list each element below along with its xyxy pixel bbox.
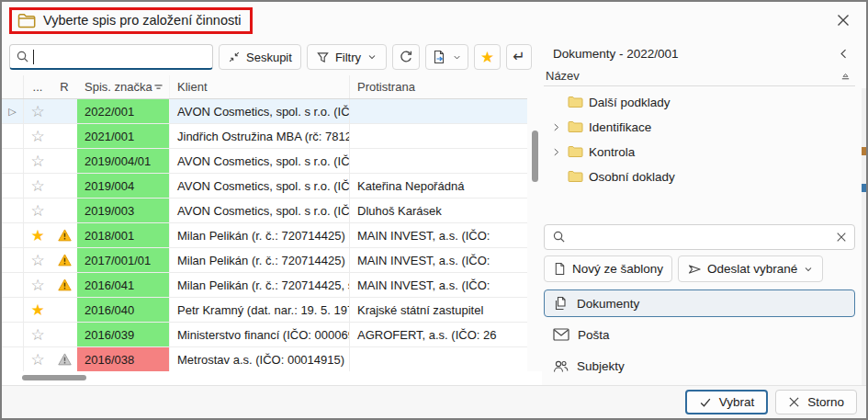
folder-tree: Další podklady Identifikace Kontrola Oso… [544, 86, 855, 189]
enter-confirm-button[interactable]: ↵ [506, 44, 531, 70]
panel-header: Dokumenty - 2022/001 [544, 42, 855, 65]
counterparty-cell [349, 149, 527, 173]
x-icon [788, 396, 800, 408]
nav-item-dokumenty[interactable]: Dokumenty [544, 289, 855, 317]
favorite-star-icon[interactable]: ☆ [30, 129, 44, 144]
mail-icon [553, 328, 569, 341]
header-counterparty-column[interactable]: Protistrana [349, 75, 527, 98]
counterparty-cell: Krajské státní zastupitel [349, 298, 527, 322]
select-button[interactable]: Vybrat [685, 390, 769, 414]
tree-column-header[interactable]: Název [544, 65, 855, 86]
favorite-star-icon[interactable]: ★ [30, 228, 44, 244]
case-number-cell: 2016/038 [77, 347, 169, 371]
collapse-panel-button[interactable] [833, 44, 853, 64]
table-row[interactable]: ▷ ★ 2018/001 Milan Pelikán (r. č.: 72071… [2, 223, 527, 248]
tree-item[interactable]: Identifikace [544, 115, 855, 140]
counterparty-cell [349, 347, 527, 371]
client-cell: AVON Cosmetics, spol. s r.o. (IČO: 0 [169, 99, 349, 123]
tree-item[interactable]: Kontrola [544, 140, 855, 165]
case-number-cell: 2016/040 [77, 298, 169, 322]
horizontal-scrollbar-thumb[interactable] [22, 375, 86, 380]
current-row-indicator: ▷ [8, 106, 16, 118]
folder-icon [17, 13, 36, 28]
nav-item-subjekty[interactable]: Subjekty [544, 352, 855, 380]
table-row[interactable]: ▷ ☆ 2016/041 Milan Pelikán (r. č.: 72071… [2, 273, 527, 298]
counterparty-cell [349, 124, 527, 148]
group-button[interactable]: Seskupit [219, 44, 301, 70]
clear-search-icon[interactable] [836, 232, 847, 243]
dialog-title: Vyberte spis pro založení činnosti [43, 13, 241, 28]
favorite-star-icon[interactable]: ☆ [30, 153, 44, 169]
nav-item-label: Dokumenty [577, 297, 639, 311]
case-number-cell: 2021/001 [77, 124, 169, 148]
panel-search-input[interactable] [544, 224, 855, 250]
favorite-star-icon[interactable]: ☆ [30, 253, 44, 268]
tree-item[interactable]: Osobní doklady [544, 165, 855, 189]
favorite-star-icon[interactable]: ☆ [30, 104, 44, 119]
chevron-down-icon [452, 52, 462, 62]
cancel-button[interactable]: Storno [775, 390, 857, 414]
header-case-number-column[interactable]: Spis. značka [77, 75, 169, 98]
favorite-star-icon[interactable]: ☆ [30, 203, 44, 219]
tree-column-header-label: Název [546, 69, 580, 83]
send-selected-dropdown-button[interactable]: Odeslat vybrané [678, 255, 823, 282]
expand-chevron-icon[interactable] [549, 147, 562, 157]
vertical-scrollbar-thumb[interactable] [532, 131, 538, 182]
documents-icon [553, 296, 569, 312]
footer-bar: Vybrat Storno [2, 385, 866, 418]
case-list-section: Seskupit Filtry [2, 39, 542, 385]
warning-icon [58, 254, 72, 267]
favorite-star-icon[interactable]: ☆ [30, 327, 44, 343]
case-number-cell: 2022/001 [77, 99, 169, 123]
panel-buttons: Nový ze šablony Odeslat vybrané [544, 255, 855, 282]
table-row[interactable]: ▷ ☆ 2017/001/01 Milan Pelikán (r. č.: 72… [2, 248, 527, 273]
header-favorites-column[interactable]: ... [24, 75, 51, 98]
column-filter-icon[interactable] [152, 81, 164, 93]
filters-dropdown-button[interactable]: Filtry [307, 44, 387, 70]
table-row[interactable]: ▷ ☆ 2019/004/01 AVON Cosmetics, spol. s … [2, 149, 527, 174]
tree-item-label: Další podklady [589, 96, 671, 109]
panel-scroll-indicator [862, 88, 866, 385]
refresh-button[interactable] [392, 44, 420, 70]
new-document-icon [553, 262, 567, 276]
expand-chevron-icon[interactable] [549, 122, 562, 132]
counterparty-cell: Dluhoš Karásek [349, 199, 527, 222]
counterparty-cell [349, 99, 527, 123]
send-selected-label: Odeslat vybrané [707, 262, 797, 276]
nav-item-posta[interactable]: Pošta [544, 321, 855, 348]
new-from-template-label: Nový ze šablony [572, 262, 663, 276]
export-dropdown-button[interactable] [425, 44, 468, 70]
client-cell: Milan Pelikán (r. č.: 720714425) [169, 223, 349, 247]
table-row[interactable]: ▷ ★ 2016/040 Petr Kramný (dat. nar.: 19.… [2, 298, 527, 323]
new-from-template-button[interactable]: Nový ze šablony [544, 255, 672, 282]
search-icon [552, 230, 566, 244]
folder-icon [568, 170, 583, 183]
favorite-star-icon[interactable]: ★ [30, 302, 44, 318]
search-input[interactable] [9, 44, 213, 70]
table-row[interactable]: ▷ ☆ 2016/038 Metrostav a.s. (IČO: 000149… [2, 347, 527, 371]
warning-icon [58, 353, 72, 366]
documents-panel: Dokumenty - 2022/001 Název Další podklad… [542, 39, 866, 385]
favorite-star-icon[interactable]: ☆ [30, 278, 44, 293]
tree-item[interactable]: Další podklady [544, 90, 855, 115]
favorite-star-icon[interactable]: ☆ [30, 352, 44, 368]
table-row[interactable]: ▷ ☆ 2021/001 Jindřich Ostružina MBA (rč:… [2, 124, 527, 149]
table-row[interactable]: ▷ ☆ 2019/004 AVON Cosmetics, spol. s r.o… [2, 174, 527, 199]
case-number-cell: 2016/041 [77, 273, 169, 297]
close-button[interactable] [831, 8, 855, 32]
chevron-down-icon [803, 264, 814, 275]
horizontal-scrollbar [2, 371, 542, 385]
favorites-filter-button[interactable]: ★ [474, 44, 501, 70]
table-row[interactable]: ▷ ☆ 2022/001 AVON Cosmetics, spol. s r.o… [2, 99, 527, 124]
export-document-icon [432, 50, 446, 64]
table-header-row: ... R Spis. značka Klient Protistrana [2, 75, 527, 99]
table-row[interactable]: ▷ ☆ 2016/039 Ministerstvo financí (IČO: … [2, 323, 527, 347]
header-client-column[interactable]: Klient [169, 75, 349, 98]
favorite-star-icon[interactable]: ☆ [30, 178, 44, 194]
nav-item-label: Pošta [578, 328, 610, 342]
sort-icon[interactable] [840, 70, 851, 82]
table-row[interactable]: ▷ ☆ 2019/003 AVON Cosmetics, spol. s r.o… [2, 199, 527, 223]
folder-icon [568, 96, 583, 108]
header-r-column[interactable]: R [51, 75, 77, 98]
folder-icon [568, 120, 583, 133]
